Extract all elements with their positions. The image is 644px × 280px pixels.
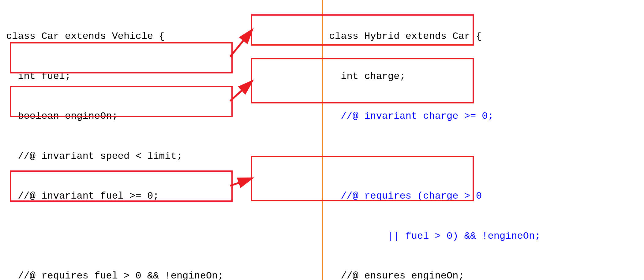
code-line: //@ ensures engineOn; [329,269,638,280]
code-comparison-diagram: class Car extends Vehicle { int fuel; bo… [0,0,644,280]
code-line: || fuel > 0) && !engineOn; [329,230,638,243]
code-line: boolean engineOn; [6,110,316,123]
code-line: class Hybrid extends Car { [329,30,638,43]
code-line: //@ requires fuel > 0 && !engineOn; [6,269,316,280]
code-line: //@ invariant charge >= 0; [329,110,638,123]
code-line: int charge; [329,70,638,83]
code-line: //@ invariant fuel >= 0; [6,189,316,203]
code-line: //@ invariant speed < limit; [6,150,316,163]
code-line: class Car extends Vehicle { [6,30,316,43]
code-blank [6,230,316,243]
code-line: int fuel; [6,70,316,83]
code-line: //@ requires (charge > 0 [329,189,638,203]
code-blank [329,150,638,163]
right-code-column: class Hybrid extends Car { int charge; /… [322,0,644,280]
left-code-column: class Car extends Vehicle { int fuel; bo… [0,0,322,280]
